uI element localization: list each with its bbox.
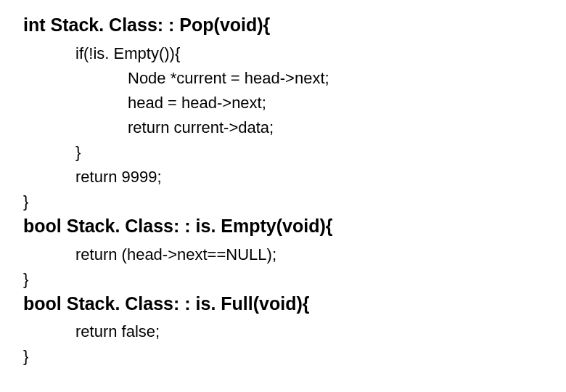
code-line: } (23, 344, 546, 369)
code-line: return 9999; (23, 165, 546, 189)
code-line: return (head->next==NULL); (23, 242, 546, 267)
code-line: return current->data; (23, 115, 546, 140)
code-line: return false; (23, 319, 546, 344)
code-line: Node *current = head->next; (23, 66, 546, 91)
code-line: } (23, 267, 546, 292)
code-line: } (23, 189, 546, 214)
code-line: } (23, 140, 546, 165)
fn-signature-isempty: bool Stack. Class: : is. Empty(void){ (23, 214, 546, 238)
fn-signature-pop: int Stack. Class: : Pop(void){ (23, 13, 546, 37)
code-slide: int Stack. Class: : Pop(void){ if(!is. E… (0, 0, 566, 383)
fn-signature-isfull: bool Stack. Class: : is. Full(void){ (23, 292, 546, 316)
code-line: head = head->next; (23, 91, 546, 115)
code-line: if(!is. Empty()){ (23, 41, 546, 66)
